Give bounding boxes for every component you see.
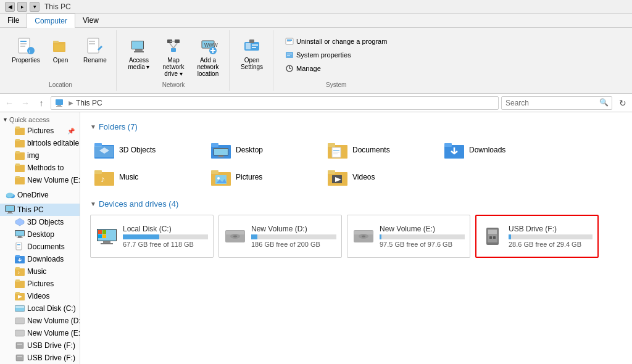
- sidebar-item-usbF[interactable]: USB Drive (F:): [0, 339, 80, 352]
- access-media-button[interactable]: Accessmedia ▾: [123, 33, 155, 73]
- ribbon-group-network: Accessmedia ▾ Map networkdrive ▾: [118, 30, 230, 91]
- svg-rect-53: [15, 176, 20, 178]
- disk-e-icon: [352, 225, 375, 247]
- sidebar-item-pictures[interactable]: Pictures 📌: [0, 125, 80, 137]
- tab-view[interactable]: View: [75, 14, 106, 27]
- svg-rect-8: [54, 44, 64, 51]
- rename-button[interactable]: Rename: [79, 33, 111, 67]
- folder-videos[interactable]: Videos: [323, 165, 438, 189]
- breadcrumb-thispc: This PC: [76, 99, 102, 107]
- svg-rect-17: [175, 39, 180, 43]
- quick-access-header[interactable]: ▼ Quick access: [0, 115, 80, 125]
- properties-label: Properties: [12, 57, 40, 64]
- open-button[interactable]: Open: [44, 33, 77, 67]
- drive-d-info: New Volume (D:) 186 GB free of 200 GB: [251, 225, 336, 248]
- folders-section-header[interactable]: ▼ Folders (7): [90, 122, 622, 131]
- up-button[interactable]: ↑: [35, 96, 48, 110]
- folder-3dobjects[interactable]: 3D Objects: [90, 138, 204, 162]
- sidebar-item-img[interactable]: img: [0, 149, 80, 162]
- svg-rect-115: [211, 170, 218, 174]
- sidebar-item-music[interactable]: ♪ Music: [0, 265, 80, 278]
- folder-desktop[interactable]: Desktop: [207, 138, 321, 162]
- ribbon: File Computer View i: [0, 14, 632, 94]
- drive-c[interactable]: Local Disk (C:) 67.7 GB free of 118 GB: [90, 215, 214, 258]
- quick-access-toggle: ▼: [2, 117, 8, 123]
- svg-text:www: www: [204, 41, 218, 48]
- sidebar-item-onedrive[interactable]: OneDrive: [0, 189, 80, 201]
- manage-button[interactable]: Manage: [282, 62, 390, 75]
- usb-icon-sidebar-f2: [15, 353, 25, 363]
- uninstall-button[interactable]: Uninstall or change a program: [282, 35, 390, 48]
- sidebar-item-thispc[interactable]: This PC: [0, 204, 80, 216]
- system-props-button[interactable]: System properties: [282, 49, 390, 61]
- drive-d-fill: [251, 234, 257, 239]
- svg-rect-98: [211, 143, 218, 147]
- map-network-button[interactable]: Map networkdrive ▾: [157, 33, 189, 80]
- svg-rect-35: [286, 52, 293, 58]
- drives-section-header[interactable]: ▼ Devices and drives (4): [90, 199, 622, 209]
- sidebar-item-newvolE[interactable]: New Volume (E:): [0, 327, 80, 339]
- title-menu-icon[interactable]: ▾: [30, 2, 40, 12]
- sidebar-newvol-label: New Volume (E:): [27, 176, 80, 184]
- add-network-button[interactable]: www Add a networklocation: [192, 33, 224, 80]
- drive-e[interactable]: New Volume (E:) 97.5 GB free of 97.6 GB: [347, 215, 470, 258]
- system-props-label: System properties: [296, 51, 351, 59]
- folder-pictures[interactable]: Pictures: [207, 165, 321, 189]
- sidebar-item-documents[interactable]: Documents: [0, 241, 80, 253]
- refresh-button[interactable]: ↻: [616, 96, 630, 110]
- svg-rect-34: [287, 41, 291, 42]
- svg-point-138: [362, 236, 365, 238]
- sidebar-item-downloads[interactable]: Downloads: [0, 253, 80, 265]
- drive-d-bar: [251, 234, 336, 239]
- sidebar-item-localdisk[interactable]: Local Disk (C:): [0, 302, 80, 315]
- drives-grid: Local Disk (C:) 67.7 GB free of 118 GB: [90, 215, 622, 258]
- folder-videos-name: Videos: [352, 173, 375, 181]
- sidebar-item-videos[interactable]: Videos: [0, 290, 80, 302]
- sidebar-pictures-label: Pictures: [27, 126, 54, 135]
- folder-music-icon: ♪: [94, 168, 114, 186]
- svg-rect-3: [20, 46, 25, 47]
- sidebar-img-label: img: [27, 151, 39, 160]
- sidebar-item-methods[interactable]: Methods to: [0, 162, 80, 174]
- svg-rect-108: [333, 154, 338, 154]
- svg-rect-51: [15, 163, 20, 166]
- title-back-icon[interactable]: ◀: [5, 2, 15, 12]
- search-icon: 🔍: [599, 98, 609, 107]
- sidebar-item-newvolD[interactable]: New Volume (D:: [0, 315, 80, 327]
- tab-file[interactable]: File: [0, 14, 27, 27]
- drive-f[interactable]: USB Drive (F:) 28.6 GB free of 29.4 GB: [475, 215, 599, 258]
- sidebar-item-desktop[interactable]: Desktop: [0, 228, 80, 241]
- sidebar-item-blrtools[interactable]: blrtools editable: [0, 137, 80, 149]
- sidebar-item-usbF2[interactable]: USB Drive (F:): [0, 352, 80, 364]
- properties-button[interactable]: i Properties: [10, 33, 42, 67]
- drive-d-name: New Volume (D:): [251, 225, 336, 233]
- svg-rect-100: [214, 149, 228, 155]
- back-button[interactable]: ←: [2, 96, 16, 110]
- open-settings-button[interactable]: OpenSettings: [236, 33, 268, 73]
- open-icon: [51, 36, 70, 56]
- search-input[interactable]: [501, 96, 612, 110]
- svg-rect-49: [15, 151, 20, 154]
- search-container: 🔍: [501, 96, 612, 110]
- folder-desktop-name: Desktop: [236, 146, 263, 154]
- svg-rect-64: [18, 236, 22, 238]
- sidebar-item-3dobjects[interactable]: 3D Objects: [0, 216, 80, 228]
- svg-rect-84: [16, 342, 23, 349]
- sidebar-item-newvol[interactable]: New Volume (E:): [0, 174, 80, 186]
- manage-label: Manage: [296, 65, 321, 72]
- tab-computer[interactable]: Computer: [27, 14, 75, 28]
- breadcrumb[interactable]: ► This PC: [51, 96, 499, 110]
- forward-button[interactable]: →: [19, 96, 32, 110]
- drive-d[interactable]: New Volume (D:) 186 GB free of 200 GB: [218, 215, 342, 258]
- music-icon-sidebar: ♪: [15, 267, 25, 276]
- sidebar-item-pictures2[interactable]: Pictures: [0, 278, 80, 290]
- title-forward-icon[interactable]: ▸: [17, 2, 27, 12]
- svg-rect-1: [20, 41, 27, 42]
- folder-downloads[interactable]: Downloads: [440, 138, 554, 162]
- system-items: Uninstall or change a program System pro…: [280, 33, 393, 77]
- folder-documents-icon: [328, 141, 347, 159]
- breadcrumb-separator: ►: [67, 99, 75, 107]
- folder-music[interactable]: ♪ Music: [90, 165, 204, 189]
- folder-documents[interactable]: Documents: [323, 138, 438, 162]
- disk-icon-sidebar-d: [15, 316, 25, 326]
